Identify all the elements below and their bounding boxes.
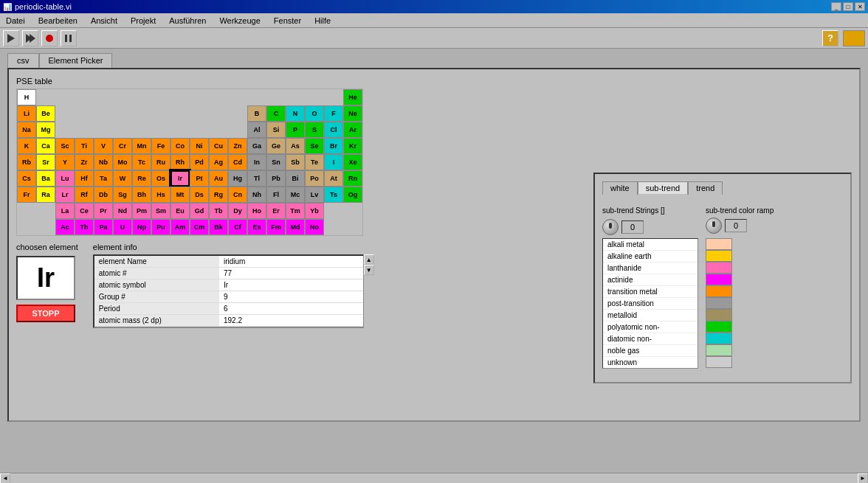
sub-trend-item[interactable]: alkaline earth	[603, 251, 698, 263]
menu-datei[interactable]: Datei	[3, 15, 28, 27]
pt-cell-Er[interactable]: Er	[266, 203, 286, 219]
pt-cell-Ts[interactable]: Ts	[324, 187, 343, 203]
pt-cell-Tm[interactable]: Tm	[286, 203, 305, 219]
pt-cell-Cd[interactable]: Cd	[228, 154, 247, 170]
pt-cell-Mt[interactable]: Mt	[170, 187, 190, 203]
sub-trend-item[interactable]: lanthanide	[603, 263, 698, 274]
pt-cell-C[interactable]: C	[266, 105, 286, 122]
pt-cell-Mg[interactable]: Mg	[36, 122, 55, 138]
pt-cell-Ni[interactable]: Ni	[190, 138, 209, 154]
pt-cell-W[interactable]: W	[113, 170, 132, 187]
pt-cell-Sm[interactable]: Sm	[151, 203, 170, 219]
pt-cell-Hf[interactable]: Hf	[75, 170, 94, 187]
pt-cell-Hg[interactable]: Hg	[228, 170, 247, 187]
menu-werkzeuge[interactable]: Werkzeuge	[216, 15, 263, 27]
pt-cell-Fe[interactable]: Fe	[151, 138, 170, 154]
pt-cell-Ho[interactable]: Ho	[247, 203, 266, 219]
pt-cell-Pu[interactable]: Pu	[151, 219, 170, 235]
pt-cell-Zr[interactable]: Zr	[75, 154, 94, 170]
pt-cell-Rh[interactable]: Rh	[170, 154, 190, 170]
pt-cell-F[interactable]: F	[324, 105, 343, 122]
menu-hilfe[interactable]: Hilfe	[311, 15, 334, 27]
pt-cell-La[interactable]: La	[55, 203, 75, 219]
sub-trend-item[interactable]: noble gas	[603, 345, 698, 357]
pt-cell-Cl[interactable]: Cl	[324, 122, 343, 138]
pt-cell-Zn[interactable]: Zn	[228, 138, 247, 154]
help-button[interactable]: ?	[822, 30, 838, 46]
minimize-button[interactable]: _	[831, 2, 841, 11]
pt-cell-Ce[interactable]: Ce	[75, 203, 94, 219]
trend-tab-subtrend[interactable]: sub-trend	[638, 181, 688, 195]
pt-cell-S[interactable]: S	[305, 122, 324, 138]
pt-cell-Na[interactable]: Na	[17, 122, 36, 138]
sub-trend-item[interactable]: actinide	[603, 274, 698, 286]
pt-cell-Lv[interactable]: Lv	[305, 187, 324, 203]
pt-cell-Ba[interactable]: Ba	[36, 170, 55, 187]
pt-cell-Pt[interactable]: Pt	[190, 170, 209, 187]
pt-cell-Ir[interactable]: Ir	[170, 170, 190, 187]
color-swatch-5[interactable]	[706, 297, 732, 309]
menu-bearbeiten[interactable]: Bearbeiten	[35, 15, 80, 27]
scroll-right-btn[interactable]: ►	[858, 473, 868, 484]
sub-trend-item[interactable]: polyatomic non-	[603, 322, 698, 333]
pt-cell-Bh[interactable]: Bh	[132, 187, 151, 203]
pt-cell-K[interactable]: K	[17, 138, 36, 154]
tab-element-picker[interactable]: Element Picker	[39, 53, 113, 68]
pt-cell-Au[interactable]: Au	[209, 170, 228, 187]
maximize-button[interactable]: □	[843, 2, 853, 11]
pt-cell-Ru[interactable]: Ru	[151, 154, 170, 170]
pt-cell-Eu[interactable]: Eu	[170, 203, 190, 219]
pt-cell-Ra[interactable]: Ra	[36, 187, 55, 203]
color-swatch-8[interactable]	[706, 333, 732, 344]
color-swatch-9[interactable]	[706, 344, 732, 356]
pt-cell-Nb[interactable]: Nb	[94, 154, 113, 170]
sub-trend-knob[interactable]	[602, 219, 619, 235]
pt-cell-Y[interactable]: Y	[55, 154, 75, 170]
menu-ansicht[interactable]: Ansicht	[88, 15, 120, 27]
pt-cell-Ag[interactable]: Ag	[209, 154, 228, 170]
pt-cell-Br[interactable]: Br	[324, 138, 343, 154]
pt-cell-Te[interactable]: Te	[305, 154, 324, 170]
color-ramp-knob[interactable]	[706, 218, 722, 234]
pt-cell-Pm[interactable]: Pm	[132, 203, 151, 219]
info-scrollbar[interactable]: ▲ ▼	[363, 254, 373, 328]
pt-cell-Dy[interactable]: Dy	[228, 203, 247, 219]
pt-cell-He[interactable]: He	[343, 89, 362, 105]
menu-ausfuehren[interactable]: Ausführen	[166, 15, 209, 27]
pt-cell-H[interactable]: H	[17, 89, 36, 105]
pt-cell-Ac[interactable]: Ac	[55, 219, 75, 235]
pt-cell-Ta[interactable]: Ta	[94, 170, 113, 187]
pt-cell-Np[interactable]: Np	[132, 219, 151, 235]
pt-cell-Sg[interactable]: Sg	[113, 187, 132, 203]
pt-cell-Tb[interactable]: Tb	[209, 203, 228, 219]
pt-cell-Kr[interactable]: Kr	[343, 138, 362, 154]
pt-cell-Sc[interactable]: Sc	[55, 138, 75, 154]
pt-cell-O[interactable]: O	[305, 105, 324, 122]
pt-cell-Po[interactable]: Po	[305, 170, 324, 187]
pt-cell-Co[interactable]: Co	[170, 138, 190, 154]
pt-cell-Cn[interactable]: Cn	[228, 187, 247, 203]
stop-button-main[interactable]: STOPP	[16, 305, 75, 322]
pt-cell-Li[interactable]: Li	[17, 105, 36, 122]
pt-cell-Mo[interactable]: Mo	[113, 154, 132, 170]
sub-trend-item[interactable]: post-transition	[603, 298, 698, 310]
stop-button[interactable]	[41, 30, 58, 46]
pt-cell-Os[interactable]: Os	[151, 170, 170, 187]
pt-cell-Tl[interactable]: Tl	[247, 170, 266, 187]
pt-cell-Ne[interactable]: Ne	[343, 105, 362, 122]
pt-cell-Ti[interactable]: Ti	[75, 138, 94, 154]
run-arrow-button[interactable]	[22, 30, 38, 46]
color-swatch-4[interactable]	[706, 285, 732, 297]
menu-fenster[interactable]: Fenster	[271, 15, 304, 27]
color-swatch-10[interactable]	[706, 356, 732, 368]
pt-cell-Hs[interactable]: Hs	[151, 187, 170, 203]
pt-cell-Fr[interactable]: Fr	[17, 187, 36, 203]
pt-cell-Se[interactable]: Se	[305, 138, 324, 154]
pt-cell-Rn[interactable]: Rn	[343, 170, 362, 187]
pt-cell-Bi[interactable]: Bi	[286, 170, 305, 187]
pt-cell-Sr[interactable]: Sr	[36, 154, 55, 170]
pt-cell-Sn[interactable]: Sn	[266, 154, 286, 170]
pause-button[interactable]	[61, 30, 77, 46]
close-button[interactable]: ✕	[855, 2, 865, 11]
run-button[interactable]	[3, 30, 19, 46]
